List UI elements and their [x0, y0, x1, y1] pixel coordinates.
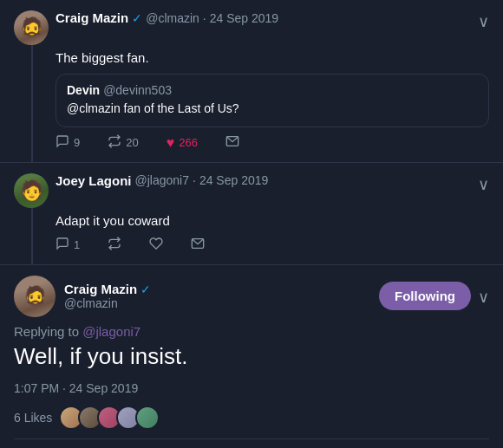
reply-icon-2	[56, 237, 69, 254]
tweet-3-header-left: 🧔 Craig Mazin ✓ @clmazin	[14, 276, 151, 317]
likes-count-3: 6 Likes	[14, 411, 52, 425]
tweet-text-2: Adapt it you coward	[56, 211, 489, 230]
avatar-joey-lagoni[interactable]: 🧑	[14, 173, 49, 208]
following-button[interactable]: Following	[379, 282, 471, 310]
tweet-1: 🧔 Craig Mazin ✓ @clmazin · 24 Sep 2019 ∨…	[0, 0, 503, 163]
tweet-text-1: The biggest fan.	[56, 49, 489, 67]
like-icon-1: ♥	[167, 135, 175, 151]
avatar-craig-mazin-3[interactable]: 🧔	[14, 276, 56, 317]
mail-action-2[interactable]	[191, 237, 205, 254]
retweet-icon-2	[108, 237, 121, 254]
quote-user-name-1: Devin	[67, 83, 100, 97]
like-icon-2	[149, 237, 163, 254]
user-name-craig-1: Craig Mazin	[56, 10, 128, 25]
thread-line	[31, 45, 33, 162]
quote-tweet-1: Devin @devinn503 @clmazin fan of the Las…	[56, 74, 489, 127]
reply-action-1[interactable]: 9	[56, 134, 80, 152]
chevron-down-icon-2[interactable]: ∨	[478, 175, 489, 194]
tweet-date-2: 24 Sep 2019	[199, 173, 268, 187]
retweet-action-1[interactable]: 20	[108, 134, 138, 152]
tweet-1-header: 🧔 Craig Mazin ✓ @clmazin · 24 Sep 2019 ∨	[14, 10, 489, 45]
tweet-text-3: Well, if you insist.	[14, 342, 489, 372]
chevron-down-icon-1[interactable]: ∨	[478, 12, 489, 31]
user-name-row-craig-1: Craig Mazin ✓ @clmazin · 24 Sep 2019	[56, 10, 278, 25]
retweet-icon-1	[108, 134, 121, 152]
user-info-joey: Joey Lagoni @jlagoni7 · 24 Sep 2019	[56, 173, 268, 188]
user-info-craig-3: Craig Mazin ✓ @clmazin	[64, 282, 151, 310]
liker-avatar-5[interactable]	[135, 406, 160, 430]
avatar-craig-mazin-1[interactable]: 🧔	[14, 10, 49, 45]
user-handle-joey[interactable]: @jlagoni7	[135, 173, 189, 187]
likes-avatars-3	[59, 406, 160, 430]
user-name-joey: Joey Lagoni	[56, 173, 132, 188]
user-name-row-craig-3: Craig Mazin ✓	[64, 282, 151, 296]
tweet-3-expanded: 🧔 Craig Mazin ✓ @clmazin Following ∨ Rep…	[0, 265, 503, 448]
tweet-1-actions: 9 20 ♥ 266	[56, 134, 489, 152]
mail-icon-1	[225, 134, 239, 152]
like-action-1[interactable]: ♥ 266	[167, 135, 198, 151]
chevron-down-icon-3[interactable]: ∨	[478, 288, 489, 307]
tweet-2-actions: 1	[56, 237, 489, 254]
tweet-2-header-left: 🧑 Joey Lagoni @jlagoni7 · 24 Sep 2019	[14, 173, 268, 208]
tweet-2: 🧑 Joey Lagoni @jlagoni7 · 24 Sep 2019 ∨ …	[0, 163, 503, 265]
verified-icon-craig-1: ✓	[132, 11, 142, 25]
verified-icon-craig-3: ✓	[140, 282, 151, 296]
reply-action-2[interactable]: 1	[56, 237, 80, 254]
user-name-craig-3: Craig Mazin	[64, 282, 137, 296]
likes-row-3: 6 Likes	[14, 406, 489, 439]
reply-icon-1	[56, 134, 69, 152]
like-count-1: 266	[179, 136, 198, 149]
mail-action-1[interactable]	[225, 134, 239, 152]
tweet-3-header: 🧔 Craig Mazin ✓ @clmazin Following ∨	[14, 276, 489, 317]
like-action-2[interactable]	[149, 237, 163, 254]
user-handle-craig-1[interactable]: @clmazin	[146, 11, 199, 25]
reply-count-2: 1	[74, 238, 80, 251]
user-name-row-joey: Joey Lagoni @jlagoni7 · 24 Sep 2019	[56, 173, 268, 188]
thread-line-2	[31, 208, 33, 264]
user-info-craig-1: Craig Mazin ✓ @clmazin · 24 Sep 2019	[56, 10, 278, 25]
retweet-action-2[interactable]	[108, 237, 121, 254]
quote-user-row-1: Devin @devinn503	[67, 83, 478, 97]
tweet-1-header-left: 🧔 Craig Mazin ✓ @clmazin · 24 Sep 2019	[14, 10, 278, 45]
quote-text-1: @clmazin fan of the Last of Us?	[67, 101, 478, 118]
retweet-count-1: 20	[126, 136, 138, 149]
user-handle-craig-3[interactable]: @clmazin	[64, 296, 151, 310]
quote-handle-1: @devinn503	[103, 83, 172, 97]
dot-separator-1: ·	[203, 11, 206, 25]
tweet-timestamp-3: 1:07 PM · 24 Sep 2019	[14, 381, 489, 395]
mail-icon-2	[191, 237, 205, 254]
reply-count-1: 9	[74, 136, 80, 149]
tweet-date-1: 24 Sep 2019	[210, 11, 278, 25]
dot-separator-2: ·	[193, 173, 196, 187]
replying-to-link[interactable]: @jlagoni7	[82, 324, 140, 339]
tweet-2-header: 🧑 Joey Lagoni @jlagoni7 · 24 Sep 2019 ∨	[14, 173, 489, 208]
replying-to-label: Replying to @jlagoni7	[14, 324, 489, 339]
